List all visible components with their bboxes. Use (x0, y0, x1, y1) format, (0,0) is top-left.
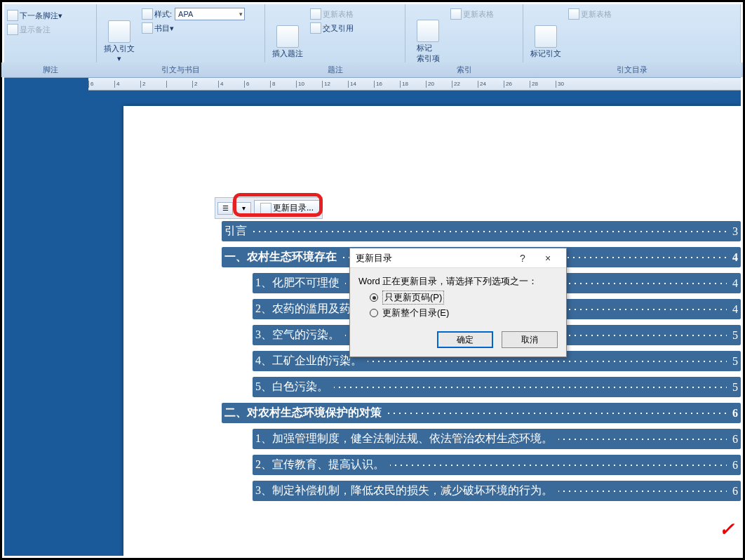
insert-citation-icon (108, 20, 130, 43)
toc-entry-text: 一、农村生态环境存在 (222, 247, 340, 267)
cross-ref-icon (310, 22, 321, 34)
ribbon-group-toa: 标记引文 更新表格 引文目录 (523, 4, 741, 77)
toc-entry[interactable]: 5、白色污染。5 (222, 374, 741, 400)
update-captions-button[interactable]: 更新表格 (310, 8, 354, 20)
toc-entry-page: 6 (730, 430, 741, 448)
ruler-tick: 26 (504, 81, 530, 88)
toc-entry-page: 5 (730, 326, 741, 345)
show-notes-icon (7, 24, 18, 35)
ruler-tick: 2 (192, 81, 218, 88)
toc-entry-page: 5 (730, 378, 741, 396)
toc-entry-text: 1、化肥不可理使 (253, 273, 342, 293)
next-footnote-icon (7, 10, 18, 21)
ruler-tick: 18 (400, 81, 426, 88)
update-index-icon (450, 8, 462, 20)
mark-citation-icon (535, 25, 557, 48)
toc-entry[interactable]: 二、对农村生态环境保护的对策6 (222, 400, 741, 426)
toc-entry-text: 2、宣传教育、提高认识。 (253, 455, 387, 475)
update-toc-label: 更新目录... (273, 202, 314, 214)
update-toc-dialog: 更新目录 ? × Word 正在更新目录，请选择下列选项之一： 只更新页码(P)… (349, 248, 567, 357)
toc-leader-dots (547, 309, 727, 310)
ruler-tick: 14 (348, 81, 374, 88)
toc-leader-dots (558, 491, 727, 492)
cancel-button[interactable]: 取消 (502, 331, 558, 348)
ruler-tick: 28 (530, 81, 556, 88)
toc-entry-text: 3、制定补偿机制，降低农民的损失，减少破坏环境的行为。 (253, 481, 556, 501)
option-update-pages[interactable]: 只更新页码(P) (370, 291, 558, 305)
toc-entry-page: 4 (730, 248, 741, 267)
toc-entry[interactable]: 引言3 (222, 218, 741, 244)
ruler-tick: 4 (114, 81, 140, 88)
group-label-captions: 题注 (262, 62, 408, 77)
ruler-tick: 6 (244, 81, 270, 88)
update-toa-icon (568, 8, 579, 20)
ruler-tick: 16 (374, 81, 400, 88)
toc-floating-toolbar: ☰ ▾ 更新目录... (215, 197, 323, 219)
dialog-close-button[interactable]: × (535, 250, 561, 267)
ruler-tick: 22 (452, 81, 478, 88)
watermark: 经验啦 jingyanla.com (673, 519, 734, 551)
option-update-entire[interactable]: 更新整个目录(E) (370, 307, 558, 319)
ruler-tick: 4 (218, 81, 244, 88)
group-label-footnotes: 脚注 (1, 62, 99, 77)
radio-unselected-icon (370, 309, 378, 317)
update-index-button[interactable]: 更新表格 (450, 8, 494, 20)
group-label-citations: 引文与书目 (94, 62, 267, 77)
ribbon-group-citations: 插入引文 ▾ 样式: APA 书目 ▾ 引文与书目 (97, 4, 265, 77)
bibliography-button[interactable]: 书目 ▾ (142, 22, 245, 34)
dialog-title-text: 更新目录 (356, 252, 392, 265)
ribbon-group-index: 标记 索引项 更新表格 索引 (405, 4, 523, 77)
toc-options-button[interactable]: ☰ (217, 202, 233, 215)
radio-selected-icon (370, 293, 378, 302)
toc-entry-text: 1、加强管理制度，健全法制法规、依法管治农村生态环境。 (253, 429, 556, 449)
ribbon-group-captions: 插入题注 更新表格 交叉引用 题注 (265, 4, 405, 77)
ruler-tick: 2 (140, 81, 166, 88)
ok-button[interactable]: 确定 (437, 331, 493, 348)
toc-entry[interactable]: 2、宣传教育、提高认识。6 (222, 452, 741, 478)
insert-caption-icon (276, 25, 299, 48)
ruler-tick: 30 (556, 81, 582, 88)
ruler-tick: 20 (426, 81, 452, 88)
toc-entry-text: 二、对农村生态环境保护的对策 (222, 403, 384, 423)
bibliography-icon (142, 22, 153, 34)
cross-reference-button[interactable]: 交叉引用 (310, 22, 354, 34)
mark-index-icon (417, 20, 439, 42)
horizontal-ruler[interactable]: 64224681012141618202224262830 (88, 78, 741, 91)
update-toa-button[interactable]: 更新表格 (568, 8, 612, 20)
dialog-titlebar[interactable]: 更新目录 ? × (350, 248, 566, 268)
toc-entry-page: 5 (730, 352, 741, 371)
ruler-tick: 24 (478, 81, 504, 88)
toc-entry[interactable]: 3、制定补偿机制，降低农民的损失，减少破坏环境的行为。6 (222, 478, 741, 504)
dialog-help-button[interactable]: ? (510, 250, 535, 267)
toc-leader-dots (253, 231, 727, 232)
toc-leader-dots (558, 439, 727, 440)
option-update-pages-label: 只更新页码(P) (382, 291, 444, 305)
toc-dropdown-button[interactable]: ▾ (236, 202, 251, 215)
update-toc-button[interactable]: 更新目录... (254, 200, 320, 216)
option-update-entire-label: 更新整个目录(E) (382, 307, 449, 319)
toc-leader-dots (390, 465, 727, 466)
show-notes-button[interactable]: 显示备注 (7, 23, 62, 36)
ribbon: 下一条脚注 ▾ 显示备注 脚注 插入引文 ▾ 样式: APA (4, 4, 741, 78)
toc-leader-dots (387, 413, 727, 414)
update-icon (310, 8, 321, 20)
toc-entry-text: 3、空气的污染。 (253, 325, 342, 345)
app-window: 下一条脚注 ▾ 显示备注 脚注 插入引文 ▾ 样式: APA (0, 0, 745, 560)
check-icon (719, 519, 734, 540)
toc-entry-page: 4 (730, 274, 741, 293)
group-label-index: 索引 (403, 62, 525, 77)
toc-entry-page: 6 (730, 482, 741, 500)
toc-entry-page: 4 (730, 300, 741, 319)
group-label-toa: 引文目录 (521, 62, 743, 77)
next-footnote-button[interactable]: 下一条脚注 ▾ (7, 9, 62, 22)
dialog-body: Word 正在更新目录，请选择下列选项之一： 只更新页码(P) 更新整个目录(E… (350, 268, 566, 326)
style-select[interactable]: APA (175, 8, 245, 20)
toc-leader-dots (368, 361, 727, 362)
toc-leader-dots (334, 387, 727, 388)
style-row: 样式: APA (142, 8, 245, 20)
toc-entry[interactable]: 1、加强管理制度，健全法制法规、依法管治农村生态环境。6 (222, 426, 741, 452)
ruler-tick (166, 81, 192, 88)
toc-entry-page: 3 (730, 222, 741, 241)
ruler-tick: 12 (322, 81, 348, 88)
ruler-tick: 6 (88, 81, 114, 88)
